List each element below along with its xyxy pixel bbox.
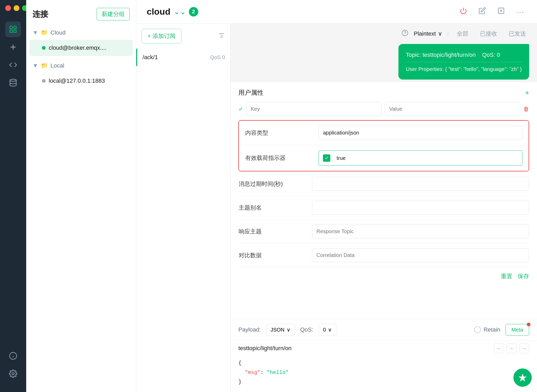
sidebar-icon-info[interactable] (5, 348, 21, 364)
topic-alias-row: 主题别名 (238, 196, 529, 220)
correlation-data-label: 对比数据 (239, 251, 312, 259)
prop-row: ✓ 🗑 (238, 102, 529, 116)
traffic-light-yellow[interactable] (14, 5, 19, 11)
traffic-light-red[interactable] (5, 5, 11, 11)
status-dot-local (42, 79, 46, 83)
traffic-lights (0, 5, 28, 11)
nav-minus-button[interactable]: − (507, 343, 517, 353)
payload-line-2: "msg": "hello" (238, 368, 529, 377)
payload-label: Payload: (238, 326, 261, 333)
connection-title: 连接 (32, 9, 48, 20)
payload-format-select[interactable]: JSON ∨ (266, 324, 295, 336)
power-button[interactable] (458, 5, 469, 18)
connection-item-cloud[interactable]: cloud@broker.emqx.... (29, 40, 133, 56)
prop-value-input[interactable] (385, 102, 520, 116)
response-topic-label: 响应主题 (239, 228, 312, 236)
payload-indicator-checkbox[interactable]: ✓ (323, 154, 330, 162)
prop-key-input[interactable] (246, 102, 382, 116)
add-property-button[interactable]: + (525, 89, 529, 97)
topic-name: /ack/1 (143, 54, 210, 61)
message-panel: Plaintext ∨ | 全部 已接收 已发送 Topic: testtopi… (231, 24, 537, 392)
topic-qos: QoS 0 (210, 54, 225, 60)
qos-select[interactable]: 0 ∨ (319, 324, 336, 336)
response-topic-row: 响应主题 (238, 220, 529, 243)
content-type-label: 内容类型 (245, 129, 319, 137)
main-area: cloud ⌄⌄ 2 ··· (136, 0, 537, 392)
group-local[interactable]: ▼ 📁 Local (26, 59, 136, 73)
expiry-input[interactable] (312, 177, 529, 191)
sidebar-icon-settings[interactable] (5, 366, 21, 382)
help-icon[interactable] (402, 30, 408, 38)
form-section-title: 用户属性 + (238, 88, 529, 97)
nav-prev-button[interactable]: ← (494, 343, 504, 353)
sidebar-icon-rail (0, 0, 26, 392)
group-label-local: Local (51, 62, 64, 69)
sidebar-icon-connect[interactable] (5, 21, 21, 37)
format-label: Plaintext (414, 30, 436, 37)
nav-next-button[interactable]: → (519, 343, 529, 353)
payload-indicator-label: 有效载荷指示器 (245, 154, 319, 162)
csdn-watermark (513, 368, 532, 387)
group-arrow-local: ▼ (32, 62, 38, 69)
save-button[interactable]: 保存 (518, 272, 529, 280)
main-title: cloud (147, 7, 171, 17)
meta-button[interactable]: Meta (506, 324, 529, 336)
connection-name-local: local@127.0.0.1:1883 (49, 77, 105, 84)
svg-point-10 (12, 373, 14, 375)
header-actions: ··· (458, 5, 527, 18)
nav-arrows: ← − → (494, 343, 529, 353)
format-chevron: ∨ (438, 30, 442, 37)
tab-received[interactable]: 已接收 (477, 28, 500, 39)
subscribe-panel: + 添加订阅 /ack/1 QoS 0 (136, 24, 231, 392)
payload-line-3: } (238, 377, 529, 387)
sidebar-icon-storage[interactable] (5, 75, 21, 91)
payload-format-chevron: ∨ (287, 327, 291, 333)
retain-check[interactable]: Retain (474, 326, 500, 333)
svg-rect-1 (14, 26, 16, 29)
highlight-section: 内容类型 有效载荷指示器 ✓ true (238, 120, 529, 171)
topic-alias-label: 主题别名 (239, 204, 312, 212)
main-badge: 2 (189, 7, 198, 16)
status-dot-cloud (42, 46, 46, 50)
filter-icon[interactable] (218, 32, 225, 40)
group-cloud[interactable]: ▼ 📁 Cloud (26, 26, 136, 40)
group-arrow-cloud: ▼ (32, 29, 38, 36)
prop-delete-icon[interactable]: 🗑 (523, 106, 529, 113)
message-toolbar: Plaintext ∨ | 全部 已接收 已发送 (231, 24, 537, 44)
reset-button[interactable]: 重置 (501, 272, 512, 280)
format-selector[interactable]: Plaintext ∨ (414, 30, 442, 37)
more-button[interactable]: ··· (514, 5, 527, 18)
sidebar-icon-code[interactable] (5, 57, 21, 73)
tab-sent[interactable]: 已发送 (506, 28, 529, 39)
payload-indicator-container: ✓ true (319, 150, 522, 166)
edit-button[interactable] (476, 5, 488, 18)
content-type-input[interactable] (319, 126, 522, 140)
tab-all[interactable]: 全部 (454, 28, 472, 39)
publish-topic[interactable]: testtopic/light/turn/on (238, 345, 494, 352)
main-chevron[interactable]: ⌄⌄ (174, 7, 186, 16)
add-subscribe-button[interactable]: + 添加订阅 (141, 29, 182, 43)
topic-alias-input[interactable] (312, 201, 529, 215)
publish-toolbar: Payload: JSON ∨ QoS: 0 ∨ Retain (231, 319, 537, 340)
retain-label: Retain (484, 326, 500, 333)
payload-line-1: { (238, 359, 529, 368)
message-topic: Topic: testtopic/light/turn/on QoS: 0 (406, 50, 522, 59)
qos-value: 0 (323, 327, 326, 333)
connection-item-local[interactable]: local@127.0.0.1:1883 (29, 73, 133, 89)
topic-item-ack[interactable]: /ack/1 QoS 0 (136, 49, 230, 66)
folder-icon-cloud: 📁 (41, 29, 48, 36)
toolbar-divider: | (447, 31, 448, 36)
sidebar-icon-add[interactable] (5, 39, 21, 55)
expiry-label: 消息过期时间(秒) (239, 180, 312, 188)
add-tab-button[interactable] (495, 5, 507, 18)
connection-name-cloud: cloud@broker.emqx.... (49, 44, 106, 51)
svg-rect-0 (10, 26, 12, 29)
response-topic-input[interactable] (312, 225, 529, 238)
correlation-data-input[interactable] (312, 248, 529, 262)
qos-chevron: ∨ (328, 327, 332, 333)
new-group-button[interactable]: 新建分组 (97, 8, 130, 20)
subscribe-toolbar: + 添加订阅 (136, 24, 230, 49)
payload-indicator-row: 有效载荷指示器 ✓ true (239, 145, 529, 171)
payload-format-value: JSON (271, 327, 284, 333)
connection-header: 连接 新建分组 (26, 0, 136, 26)
